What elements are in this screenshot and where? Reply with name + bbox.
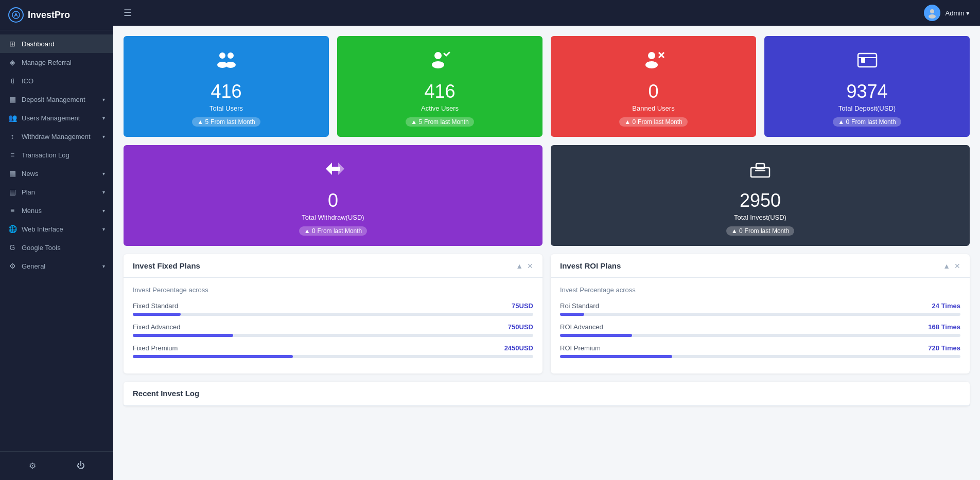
fixed-plans-controls: ▲ ✕ (516, 262, 533, 270)
nav-icon-deposit-management: ▤ (8, 95, 16, 103)
recent-log-card: Recent Invest Log (124, 382, 970, 406)
nav-icon-manage-referral: ◈ (8, 58, 16, 66)
fixed-plan-item-header-1: Fixed Advanced 750USD (133, 323, 533, 331)
logout-footer-button[interactable]: ⏻ (74, 458, 88, 474)
roi-plan-item-name-1: ROI Advanced (560, 323, 603, 331)
banned-users-number: 0 (648, 81, 658, 102)
fixed-plan-progress-bg-1 (133, 334, 533, 337)
roi-plan-item-header-0: Roi Standard 24 Times (560, 302, 960, 310)
svg-rect-15 (861, 58, 865, 63)
fixed-plan-item-value-0: 75USD (512, 302, 533, 310)
total-deposit-badge: ▲ 0 From last Month (833, 117, 901, 127)
sidebar-item-google-tools[interactable]: G Google Tools (0, 238, 113, 257)
roi-plans-header: Invest ROI Plans ▲ ✕ (551, 254, 970, 278)
admin-avatar (924, 5, 940, 21)
fixed-plan-item-value-1: 750USD (508, 323, 533, 331)
sidebar-item-menus[interactable]: ≡ Menus ▾ (0, 201, 113, 220)
admin-label[interactable]: Admin ▾ (946, 9, 970, 17)
stats-row-middle: 0 Total Withdraw(USD) ▲ 0 From last Mont… (124, 145, 970, 246)
fixed-plan-item-1: Fixed Advanced 750USD (133, 323, 533, 337)
nav-icon-dashboard: ⊞ (8, 40, 16, 48)
nav-label-users-management: Users Management (22, 114, 80, 122)
sidebar-item-plan[interactable]: ▤ Plan ▾ (0, 183, 113, 201)
sidebar-item-web-interface[interactable]: 🌐 Web Interface ▾ (0, 220, 113, 238)
total-users-badge-value: ▲ 5 (197, 118, 208, 126)
chevron-icon-general: ▾ (102, 263, 105, 269)
fixed-plan-item-name-2: Fixed Premium (133, 344, 178, 352)
fixed-plan-progress-bg-0 (133, 313, 533, 316)
roi-plans-subtitle: Invest Percentage across (560, 286, 960, 294)
fixed-plans-collapse-button[interactable]: ▲ (516, 262, 523, 270)
topbar-left: ☰ (124, 7, 132, 19)
roi-plan-item-value-1: 168 Times (928, 323, 960, 331)
svg-point-10 (648, 52, 655, 59)
roi-plan-item-header-2: ROI Premium 720 Times (560, 344, 960, 352)
fixed-plan-item-0: Fixed Standard 75USD (133, 302, 533, 316)
svg-point-3 (929, 14, 936, 19)
sidebar-item-users-management[interactable]: 👥 Users Management ▾ (0, 109, 113, 127)
roi-plans-body: Invest Percentage across Roi Standard 24… (551, 278, 970, 374)
total-withdraw-number: 0 (328, 190, 338, 211)
svg-point-5 (227, 52, 234, 59)
sidebar-item-dashboard[interactable]: ⊞ Dashboard (0, 34, 113, 53)
svg-point-8 (434, 52, 442, 59)
sidebar-item-news[interactable]: ▦ News ▾ (0, 164, 113, 183)
nav-icon-google-tools: G (8, 243, 16, 252)
chevron-icon-news: ▾ (102, 171, 105, 176)
fixed-plans-header: Invest Fixed Plans ▲ ✕ (124, 254, 542, 278)
roi-plans-title: Invest ROI Plans (560, 261, 621, 270)
fixed-plans-close-button[interactable]: ✕ (527, 262, 533, 270)
fixed-plan-item-2: Fixed Premium 2450USD (133, 344, 533, 358)
nav-label-ico: ICO (22, 77, 33, 85)
nav-label-manage-referral: Manage Referral (22, 59, 72, 66)
fixed-plans-title: Invest Fixed Plans (133, 261, 200, 270)
fixed-plans-body: Invest Percentage across Fixed Standard … (124, 278, 542, 374)
topbar: ☰ Admin ▾ (113, 0, 980, 26)
sidebar-item-ico[interactable]: ₿ ICO (0, 72, 113, 90)
total-users-icon (215, 48, 238, 76)
nav-icon-menus: ≡ (8, 206, 16, 215)
chevron-icon-users-management: ▾ (102, 115, 105, 121)
nav-label-news: News (22, 170, 39, 177)
roi-plan-progress-fill-0 (560, 313, 584, 316)
nav-label-dashboard: Dashboard (22, 40, 55, 48)
main-content: 416 Total Users ▲ 5 From last Month 416 … (113, 26, 980, 480)
fixed-plan-item-name-0: Fixed Standard (133, 302, 178, 310)
sidebar-item-transaction-log[interactable]: ≡ Transaction Log (0, 146, 113, 164)
roi-plans-close-button[interactable]: ✕ (954, 262, 960, 270)
total-invest-badge: ▲ 0 From last Month (726, 226, 795, 236)
sidebar-item-deposit-management[interactable]: ▤ Deposit Management ▾ (0, 90, 113, 109)
banned-users-label: Banned Users (632, 104, 674, 112)
nav-icon-ico: ₿ (8, 77, 16, 85)
roi-plan-item-name-2: ROI Premium (560, 344, 601, 352)
roi-plan-progress-bg-0 (560, 313, 960, 316)
sidebar-item-manage-referral[interactable]: ◈ Manage Referral (0, 53, 113, 72)
total-users-badge-suffix: From last Month (211, 118, 255, 126)
recent-log-header: Recent Invest Log (124, 382, 970, 406)
banned-users-icon (642, 48, 665, 76)
hamburger-menu-button[interactable]: ☰ (124, 7, 132, 19)
total-withdraw-icon (322, 157, 344, 185)
sidebar-item-general[interactable]: ⚙ General ▾ (0, 257, 113, 275)
nav-icon-users-management: 👥 (8, 114, 16, 122)
total-invest-label: Total Invest(USD) (734, 214, 786, 221)
nav-label-menus: Menus (22, 207, 42, 215)
svg-point-1 (15, 14, 17, 16)
roi-plans-collapse-button[interactable]: ▲ (943, 262, 950, 270)
fixed-plan-item-header-0: Fixed Standard 75USD (133, 302, 533, 310)
fixed-plan-progress-fill-1 (133, 334, 233, 337)
chevron-icon-menus: ▾ (102, 208, 105, 214)
svg-point-2 (930, 9, 934, 13)
fixed-plans-subtitle: Invest Percentage across (133, 286, 533, 294)
roi-plans-controls: ▲ ✕ (943, 262, 960, 270)
plans-row: Invest Fixed Plans ▲ ✕ Invest Percentage… (124, 254, 970, 374)
nav-icon-transaction-log: ≡ (8, 151, 16, 159)
roi-plan-item-0: Roi Standard 24 Times (560, 302, 960, 316)
nav-label-web-interface: Web Interface (22, 225, 63, 233)
svg-point-11 (645, 61, 658, 68)
nav-label-plan: Plan (22, 188, 35, 196)
sidebar: InvestPro ⊞ Dashboard ◈ Manage Referral … (0, 0, 113, 480)
sidebar-item-withdraw-management[interactable]: ↕ Withdraw Management ▾ (0, 127, 113, 146)
total-users-label: Total Users (209, 104, 243, 112)
settings-footer-button[interactable]: ⚙ (26, 458, 39, 474)
